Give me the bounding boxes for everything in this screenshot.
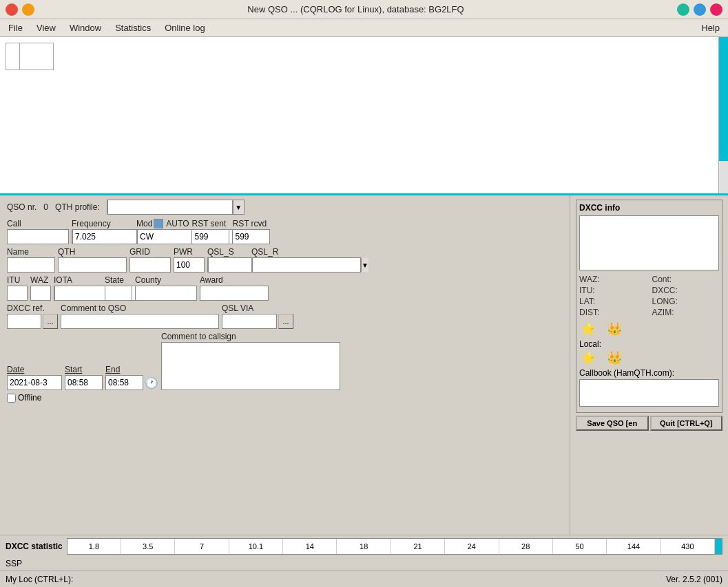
- band-cell-11: 144: [607, 539, 661, 554]
- dxcc-info-box: [579, 215, 719, 270]
- dxcc-ref-input[interactable]: [7, 314, 41, 329]
- blue-button[interactable]: [694, 3, 706, 16]
- local-label: Local:: [579, 339, 719, 349]
- quit-button[interactable]: Quit [CTRL+Q]: [650, 416, 723, 431]
- qth-profile-combo[interactable]: ▼: [107, 200, 245, 215]
- qth-col: QTH: [58, 247, 127, 273]
- frequency-combo[interactable]: 7.025 ▼: [72, 229, 134, 244]
- start-input[interactable]: 08:58: [65, 375, 103, 390]
- main-form: QSO nr. 0 QTH profile: ▼ Call Frequency …: [0, 195, 728, 535]
- band-cell-3: 7: [175, 539, 229, 554]
- top-scrollbar[interactable]: [718, 37, 728, 193]
- qth-profile-input[interactable]: [107, 200, 233, 215]
- qsl-s-combo[interactable]: ▼: [207, 257, 249, 273]
- comment-callsign-col: Comment to callsign: [161, 332, 340, 390]
- scrollbar-thumb[interactable]: [719, 37, 728, 161]
- band-cell-4: 10.1: [229, 539, 283, 554]
- callbook-label: Callbook (HamQTH.com):: [579, 368, 719, 378]
- dxcc-val-row: DXCC:: [652, 286, 720, 295]
- comment-qso-input[interactable]: [61, 314, 219, 329]
- qsl-via-button[interactable]: ...: [278, 314, 293, 329]
- waz-input[interactable]: [30, 286, 51, 301]
- titlebar: New QSO ... (CQRLOG for Linux), database…: [0, 0, 728, 19]
- itu-input[interactable]: [7, 286, 28, 301]
- grid-col: GRID: [129, 247, 171, 273]
- auto-label: AUTO: [166, 219, 189, 228]
- band-cell-5: 14: [283, 539, 337, 554]
- state-col: State: [105, 275, 132, 301]
- waz-label: WAZ: [30, 275, 51, 285]
- pwr-input[interactable]: 100: [174, 257, 205, 273]
- state-input[interactable]: [105, 286, 132, 301]
- menu-statistics[interactable]: Statistics: [110, 21, 156, 34]
- call-input[interactable]: [7, 229, 69, 244]
- band-cell-12: 430: [661, 539, 715, 554]
- rst-rcvd-input[interactable]: 599: [232, 229, 270, 244]
- name-input[interactable]: [7, 257, 55, 273]
- close-button[interactable]: [6, 3, 18, 16]
- lat-row: LAT:: [579, 297, 647, 306]
- save-qso-button[interactable]: Save QSO [en: [576, 416, 649, 431]
- qsl-s-label: QSL_S: [207, 247, 249, 257]
- top-area: [0, 37, 728, 195]
- qth-input[interactable]: [58, 257, 127, 273]
- award-input[interactable]: [200, 286, 269, 301]
- mini-box: [6, 43, 54, 70]
- dxcc-info-grid: WAZ: Cont: ITU: DXCC: LAT: LONG:: [579, 275, 719, 317]
- qth-profile-label: QTH profile:: [55, 202, 100, 212]
- end-col: End 08:58 🕐: [105, 365, 158, 390]
- county-input[interactable]: [135, 286, 197, 301]
- teal-button[interactable]: [677, 3, 689, 16]
- band-cell-10: 50: [553, 539, 607, 554]
- state-label: State: [105, 275, 132, 285]
- award-label: Award: [200, 275, 269, 285]
- pink-button[interactable]: [710, 3, 722, 16]
- menu-online-log[interactable]: Online log: [159, 21, 211, 34]
- qsl-s-col: QSL_S ▼: [207, 247, 249, 273]
- qsl-r-combo[interactable]: ▼: [251, 257, 293, 273]
- start-col: Start 08:58: [65, 365, 103, 390]
- grid-input[interactable]: [129, 257, 171, 273]
- iota-label: IOTA: [54, 275, 102, 285]
- comment-callsign-textarea[interactable]: [161, 342, 340, 390]
- comment-qso-col: Comment to QSO: [61, 303, 219, 329]
- offline-check-label[interactable]: Offline: [7, 393, 41, 403]
- menubar: File View Window Statistics Online log H…: [0, 19, 728, 37]
- star-icon-2: ⭐: [581, 350, 596, 365]
- mode-checkbox[interactable]: [154, 219, 163, 228]
- mode-combo[interactable]: CW ▼: [136, 229, 188, 244]
- rst-sent-label: RST sent: [191, 219, 229, 228]
- menu-window[interactable]: Window: [64, 21, 107, 34]
- rst-sent-input[interactable]: 599: [191, 229, 229, 244]
- band-scrollbar[interactable]: [715, 538, 722, 555]
- offline-checkbox[interactable]: [7, 394, 16, 403]
- date-input[interactable]: 2021-08-3: [7, 375, 62, 390]
- iota-combo[interactable]: ▼: [54, 286, 102, 301]
- qsl-via-input[interactable]: [222, 314, 277, 329]
- pwr-label: PWR: [174, 247, 205, 257]
- version-label: Ver. 2.5.2 (001): [666, 575, 722, 584]
- itu-info-label: ITU:: [579, 286, 595, 295]
- qsl-r-arrow[interactable]: ▼: [361, 258, 368, 272]
- azim-row: AZIM:: [652, 308, 720, 317]
- name-qth-row: Name QTH GRID PWR 100 QSL_S ▼: [7, 247, 563, 273]
- qsl-r-input[interactable]: [252, 257, 361, 273]
- menu-file[interactable]: File: [3, 21, 28, 34]
- clock-icon[interactable]: 🕐: [145, 376, 158, 389]
- band-cell-8: 24: [445, 539, 499, 554]
- rst-rcvd-col: RST rcvd 599: [232, 219, 270, 244]
- frequency-label: Frequency: [72, 219, 134, 228]
- menu-view[interactable]: View: [31, 21, 61, 34]
- end-input[interactable]: 08:58: [105, 375, 143, 390]
- crown-icon-1: 👑: [607, 321, 622, 337]
- top-content: [0, 37, 718, 193]
- my-loc-label: My Loc (CTRL+L):: [6, 575, 666, 584]
- dxcc-ref-button[interactable]: ...: [43, 314, 58, 329]
- qsl-via-label: QSL VIA: [222, 303, 293, 313]
- form-right: DXCC info WAZ: Cont: ITU: DXCC: LAT:: [570, 195, 728, 535]
- itu-row: ITU WAZ IOTA ▼ State County: [7, 275, 563, 301]
- rst-sent-col: RST sent 599: [191, 219, 229, 244]
- menu-help[interactable]: Help: [696, 21, 725, 34]
- minimize-button[interactable]: [22, 3, 34, 16]
- qth-profile-arrow[interactable]: ▼: [233, 200, 244, 214]
